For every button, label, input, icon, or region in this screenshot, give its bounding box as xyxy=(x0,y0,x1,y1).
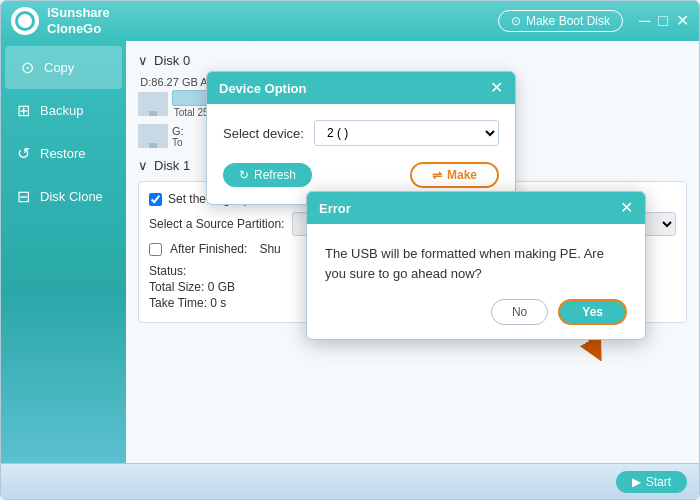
no-button[interactable]: No xyxy=(491,299,548,325)
after-finished-checkbox[interactable] xyxy=(149,243,162,256)
error-dialog-body: The USB will be formatted when making PE… xyxy=(307,224,645,339)
device-option-close-button[interactable]: ✕ xyxy=(490,80,503,96)
app-window: iSunshare CloneGo ⊙ Make Boot Disk ─ □ ✕… xyxy=(0,0,700,500)
error-dialog-header: Error ✕ xyxy=(307,192,645,224)
boot-disk-checkbox[interactable] xyxy=(149,193,162,206)
app-logo xyxy=(11,7,39,35)
sidebar-item-backup[interactable]: ⊞ Backup xyxy=(1,89,126,132)
app-logo-icon xyxy=(15,11,35,31)
device-select[interactable]: 2 ( ) xyxy=(314,120,499,146)
make-boot-disk-button[interactable]: ⊙ Make Boot Disk xyxy=(498,10,623,32)
maximize-button[interactable]: □ xyxy=(658,13,668,29)
window-controls: ─ □ ✕ xyxy=(639,13,689,29)
device-select-row: Select device: 2 ( ) xyxy=(223,120,499,146)
refresh-button[interactable]: ↻ Refresh xyxy=(223,163,312,187)
device-option-dialog-body: Select device: 2 ( ) ↻ Refresh ⇌ xyxy=(207,104,515,204)
disk0-header: ∨ Disk 0 xyxy=(138,53,687,68)
sidebar: ⊙ Copy ⊞ Backup ↺ Restore ⊟ Disk Clone xyxy=(1,41,126,463)
content-area: ∨ Disk 0 D:86.27 GB Available xyxy=(126,41,699,463)
make-button[interactable]: ⇌ Make xyxy=(410,162,499,188)
device-option-dialog-header: Device Option ✕ xyxy=(207,72,515,104)
minimize-button[interactable]: ─ xyxy=(639,13,650,29)
close-button[interactable]: ✕ xyxy=(676,13,689,29)
error-message: The USB will be formatted when making PE… xyxy=(325,244,627,283)
title-bar-right: ⊙ Make Boot Disk ─ □ ✕ xyxy=(498,10,689,32)
sidebar-item-restore[interactable]: ↺ Restore xyxy=(1,132,126,175)
title-bar-left: iSunshare CloneGo xyxy=(11,5,110,36)
copy-icon: ⊙ xyxy=(21,58,34,77)
refresh-icon: ↻ xyxy=(239,168,249,182)
device-option-dialog: Device Option ✕ Select device: 2 ( ) ↻ xyxy=(206,71,516,205)
app-title: iSunshare CloneGo xyxy=(47,5,110,36)
backup-icon: ⊞ xyxy=(17,101,30,120)
title-bar: iSunshare CloneGo ⊙ Make Boot Disk ─ □ ✕ xyxy=(1,1,699,41)
sidebar-item-copy[interactable]: ⊙ Copy xyxy=(5,46,122,89)
device-option-actions: ↻ Refresh ⇌ Make xyxy=(223,162,499,188)
usb-icon: ⇌ xyxy=(432,168,442,182)
start-button[interactable]: ▶ Start xyxy=(616,471,687,493)
start-icon: ▶ xyxy=(632,475,641,489)
error-dialog: Error ✕ The USB will be formatted when m… xyxy=(306,191,646,340)
error-dialog-close-button[interactable]: ✕ xyxy=(620,200,633,216)
restore-icon: ↺ xyxy=(17,144,30,163)
yes-button[interactable]: Yes xyxy=(558,299,627,325)
disk-icon: ⊙ xyxy=(511,14,521,28)
sidebar-item-disk-clone[interactable]: ⊟ Disk Clone xyxy=(1,175,126,218)
disk-clone-icon: ⊟ xyxy=(17,187,30,206)
bottom-bar: ▶ Start xyxy=(1,463,699,499)
main-content: ⊙ Copy ⊞ Backup ↺ Restore ⊟ Disk Clone ∨ xyxy=(1,41,699,463)
error-dialog-actions: No Yes xyxy=(325,299,627,325)
